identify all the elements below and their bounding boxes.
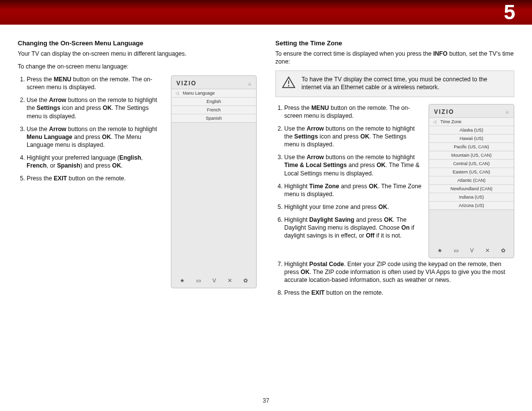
left-step-5: Press the EXIT button on the remote. [27, 174, 164, 182]
page-content: Changing the On-Screen Menu Language You… [0, 25, 532, 302]
left-step-3: Use the Arrow buttons on the remote to h… [27, 125, 164, 149]
menu-item: English [171, 98, 256, 106]
menu-title: Manu Language [183, 91, 215, 96]
warning-triangle-icon [282, 76, 296, 89]
menu-title-row: ◁ Manu Language [171, 89, 256, 98]
right-intro: To ensure the correct time is displayed … [275, 50, 514, 66]
left-heading: Changing the On-Screen Menu Language [18, 39, 257, 47]
menu-title: Time Zone [440, 119, 462, 124]
warning-text: To have the TV display the correct time,… [301, 76, 508, 92]
home-icon: ⌂ [248, 81, 251, 86]
cc-icon: ▭ [454, 247, 459, 254]
page-number: 37 [0, 397, 532, 404]
star-icon: ★ [180, 277, 185, 284]
left-steps-with-screen: Press the MENU button on the remote. The… [18, 75, 257, 288]
menu-item: Alaska (US) [429, 126, 514, 135]
right-steps-bottom: Highlight Postal Code. Enter your ZIP co… [275, 260, 514, 297]
menu-language-list: ◁ Manu Language English French Spanish [171, 89, 256, 123]
left-step-1: Press the MENU button on the remote. The… [27, 75, 164, 91]
menu-item: Spanish [171, 114, 256, 122]
left-intro-2: To change the on-screen menu language: [18, 63, 257, 70]
svg-point-2 [288, 85, 290, 87]
right-step-6: Highlight Daylight Saving and press OK. … [284, 216, 422, 240]
v-icon: V [470, 247, 473, 254]
gear-icon: ✿ [243, 277, 248, 284]
left-steps: Press the MENU button on the remote. The… [18, 75, 164, 182]
chapter-number: 5 [504, 0, 515, 25]
menu-item: Hawaii (US) [429, 135, 514, 143]
menu-item: Mountain (US, CAN) [429, 151, 514, 160]
left-step-2: Use the Arrow buttons on the remote to h… [27, 96, 164, 120]
warning-box: To have the TV display the correct time,… [275, 70, 514, 97]
right-column: Setting the Time Zone To ensure the corr… [275, 39, 514, 302]
menu-language-screen: VIZIO ⌂ ◁ Manu Language English French S… [171, 75, 257, 288]
time-zone-list: ◁ Time Zone Alaska (US) Hawaii (US) Paci… [429, 117, 514, 210]
menu-item: French [171, 106, 256, 114]
right-step-1: Press the MENU button on the remote. The… [284, 104, 422, 120]
menu-title-row: ◁ Time Zone [429, 118, 514, 126]
right-step-3: Use the Arrow buttons on the remote to h… [284, 153, 422, 177]
left-intro-1: Your TV can display the on-screen menu i… [18, 50, 257, 58]
left-column: Changing the On-Screen Menu Language You… [18, 39, 257, 302]
cc-icon: ▭ [196, 277, 201, 284]
right-step-7: Highlight Postal Code. Enter your ZIP co… [284, 260, 514, 284]
gear-icon: ✿ [501, 247, 505, 254]
screen-footer-icons: ★ ▭ V ✕ ✿ [171, 274, 256, 288]
vizio-brand: VIZIO [176, 80, 197, 87]
chapter-header-bar: 5 [0, 0, 532, 25]
right-steps-with-screen: Press the MENU button on the remote. The… [275, 104, 514, 258]
right-step-4: Highlight Time Zone and press OK. The Ti… [284, 182, 422, 198]
home-icon: ⌂ [506, 109, 509, 114]
menu-item: Arizona (US) [429, 202, 514, 209]
right-steps-top: Press the MENU button on the remote. The… [275, 104, 422, 240]
v-icon: V [212, 277, 216, 284]
screen-footer-icons: ★ ▭ V ✕ ✿ [429, 244, 514, 258]
right-heading: Setting the Time Zone [275, 39, 514, 47]
vizio-brand: VIZIO [434, 108, 454, 115]
menu-item: Newfoundland (CAN) [429, 185, 514, 193]
menu-item: Pacific (US, CAN) [429, 143, 514, 151]
right-step-5: Highlight your time zone and press OK. [284, 203, 422, 211]
right-step-2: Use the Arrow buttons on the remote to h… [284, 125, 422, 148]
back-arrow-icon: ◁ [433, 119, 436, 124]
star-icon: ★ [437, 247, 442, 254]
back-arrow-icon: ◁ [175, 91, 179, 96]
menu-item: Central (US, CAN) [429, 160, 514, 168]
right-step-8: Press the EXIT button on the remote. [284, 289, 514, 297]
menu-item: Atlantic (CAN) [429, 176, 514, 185]
close-icon: ✕ [228, 277, 232, 284]
time-zone-screen: VIZIO ⌂ ◁ Time Zone Alaska (US) Hawaii (… [429, 104, 514, 258]
menu-item: Eastern (US, CAN) [429, 168, 514, 176]
left-step-4: Highlight your preferred language (Engli… [27, 154, 164, 170]
menu-item: Indiana (US) [429, 193, 514, 202]
close-icon: ✕ [485, 247, 490, 254]
